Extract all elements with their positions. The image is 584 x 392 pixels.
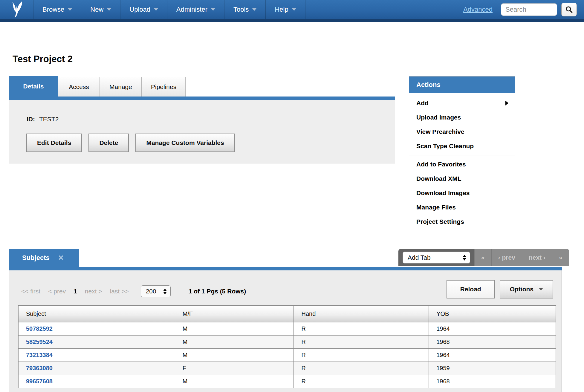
- cell-yob: 1964: [429, 322, 556, 336]
- table-header-row: Subject M/F Hand YOB: [19, 306, 556, 322]
- search-icon: [565, 6, 573, 13]
- page-size-select[interactable]: 200: [141, 285, 171, 297]
- tab-details[interactable]: Details: [9, 76, 58, 97]
- page-size-value: 200: [146, 288, 156, 295]
- tab-pager-last[interactable]: »: [552, 249, 569, 266]
- action-add[interactable]: Add: [409, 96, 515, 110]
- delete-button[interactable]: Delete: [88, 134, 129, 152]
- column-header-mf[interactable]: M/F: [175, 306, 294, 322]
- cell-mf: M: [175, 336, 294, 349]
- nav-menu-help[interactable]: Help: [265, 0, 305, 19]
- tab-pager: « ‹ prev next › »: [474, 249, 569, 266]
- table-row: 79363080 F R 1959: [19, 362, 556, 375]
- page-prev-link[interactable]: < prev: [48, 288, 66, 295]
- page-title: Test Project 2: [13, 54, 73, 65]
- cell-hand: R: [294, 349, 429, 362]
- page-last-link[interactable]: last >>: [110, 288, 129, 295]
- page-next-link[interactable]: next >: [85, 288, 102, 295]
- nav-menus: Browse New Upload Administer Tools Help: [33, 0, 305, 19]
- pagination-summary: 1 of 1 Pgs (5 Rows): [189, 288, 246, 295]
- close-icon[interactable]: ✕: [58, 254, 64, 262]
- nav-menu-label: Upload: [129, 6, 150, 13]
- chevron-down-icon: [154, 8, 158, 11]
- action-scan-type-cleanup[interactable]: Scan Type Cleanup: [409, 139, 515, 153]
- actions-panel: Actions Add Upload Images View Prearchiv…: [409, 76, 515, 233]
- action-project-settings[interactable]: Project Settings: [409, 215, 515, 229]
- cell-yob: 1959: [429, 362, 556, 375]
- subject-link[interactable]: 58259524: [26, 339, 53, 345]
- subjects-table: Subject M/F Hand YOB 50782592 M R 1964 5…: [18, 305, 556, 388]
- details-panel: ID:TEST2 Edit Details Delete Manage Cust…: [9, 100, 395, 163]
- table-row: 73213384 M R 1964: [19, 349, 556, 362]
- xnat-logo-icon: [10, 1, 24, 18]
- action-add-to-favorites[interactable]: Add to Favorites: [409, 157, 515, 172]
- details-buttons: Edit Details Delete Manage Custom Variab…: [26, 134, 235, 152]
- action-view-prearchive[interactable]: View Prearchive: [409, 125, 515, 139]
- options-label: Options: [510, 286, 533, 293]
- subjects-panel: << first < prev 1 next > last >> 200 1 o…: [9, 270, 562, 392]
- nav-menu-new[interactable]: New: [81, 0, 120, 19]
- action-upload-images[interactable]: Upload Images: [409, 110, 515, 125]
- add-tab-area: Add Tab: [398, 249, 474, 266]
- cell-mf: M: [175, 349, 294, 362]
- subject-link[interactable]: 99657608: [26, 378, 53, 385]
- action-download-images[interactable]: Download Images: [409, 186, 515, 200]
- search-input[interactable]: [501, 3, 557, 16]
- subject-link[interactable]: 73213384: [26, 352, 53, 358]
- manage-custom-variables-button[interactable]: Manage Custom Variables: [135, 134, 235, 152]
- tab-subjects[interactable]: Subjects ✕: [9, 249, 79, 267]
- add-tab-select[interactable]: Add Tab: [403, 252, 470, 264]
- action-manage-files[interactable]: Manage Files: [409, 200, 515, 215]
- edit-details-button[interactable]: Edit Details: [26, 134, 82, 152]
- app-logo[interactable]: [0, 0, 33, 19]
- nav-menu-label: New: [90, 6, 103, 13]
- cell-mf: M: [175, 322, 294, 336]
- chevron-down-icon: [211, 8, 215, 11]
- chevron-down-icon: [252, 8, 256, 11]
- project-tabs: Details Access Manage Pipelines: [9, 76, 186, 97]
- cell-mf: M: [175, 375, 294, 388]
- subject-link[interactable]: 79363080: [26, 365, 53, 371]
- page-first-link[interactable]: << first: [21, 288, 40, 295]
- tab-pager-first[interactable]: «: [474, 249, 491, 266]
- cell-hand: R: [294, 362, 429, 375]
- tab-pipelines[interactable]: Pipelines: [142, 77, 186, 97]
- subjects-tab-strip: [9, 267, 562, 270]
- column-header-subject[interactable]: Subject: [19, 306, 175, 322]
- search-button[interactable]: [561, 3, 577, 16]
- chevron-down-icon: [107, 8, 111, 11]
- nav-menu-upload[interactable]: Upload: [120, 0, 167, 19]
- action-download-xml[interactable]: Download XML: [409, 172, 515, 186]
- cell-yob: 1968: [429, 375, 556, 388]
- nav-menu-administer[interactable]: Administer: [167, 0, 224, 19]
- cell-mf: F: [175, 362, 294, 375]
- tab-access[interactable]: Access: [58, 77, 100, 97]
- actions-list: Add Upload Images View Prearchive Scan T…: [409, 93, 515, 233]
- action-label: Add: [416, 99, 429, 107]
- column-header-hand[interactable]: Hand: [294, 306, 429, 322]
- table-action-buttons: Reload Options: [447, 280, 553, 298]
- tab-pager-next[interactable]: next ›: [522, 249, 552, 266]
- chevron-down-icon: [539, 288, 543, 290]
- nav-menu-browse[interactable]: Browse: [33, 0, 81, 19]
- subjects-tab-label: Subjects: [22, 254, 50, 262]
- subjects-tab-toolbar: Add Tab « ‹ prev next › »: [398, 249, 569, 266]
- table-row: 99657608 M R 1968: [19, 375, 556, 388]
- chevron-down-icon: [68, 8, 72, 11]
- column-header-yob[interactable]: YOB: [429, 306, 556, 322]
- reload-button[interactable]: Reload: [447, 280, 495, 298]
- add-tab-select-value: Add Tab: [408, 254, 431, 261]
- tab-pager-prev[interactable]: ‹ prev: [491, 249, 522, 266]
- current-page-number: 1: [74, 288, 77, 295]
- active-tab-strip: [9, 97, 395, 100]
- cell-yob: 1964: [429, 349, 556, 362]
- advanced-search-link[interactable]: Advanced: [463, 6, 493, 13]
- id-label: ID:: [27, 116, 35, 122]
- top-navbar: Browse New Upload Administer Tools Help …: [0, 0, 584, 22]
- options-button[interactable]: Options: [500, 280, 553, 298]
- nav-menu-tools[interactable]: Tools: [224, 0, 265, 19]
- table-row: 50782592 M R 1964: [19, 322, 556, 336]
- subject-link[interactable]: 50782592: [26, 325, 53, 332]
- tab-manage[interactable]: Manage: [100, 77, 142, 97]
- actions-panel-title: Actions: [409, 76, 515, 93]
